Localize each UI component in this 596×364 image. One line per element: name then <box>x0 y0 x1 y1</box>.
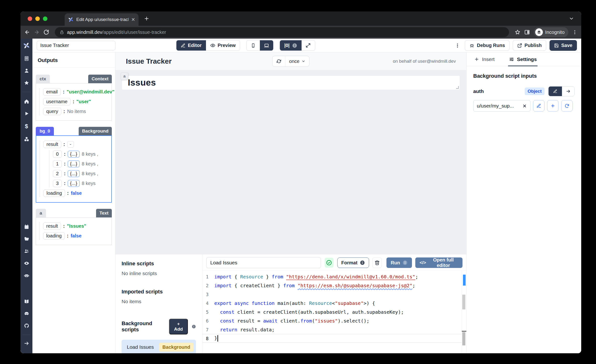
hide-outputs-button[interactable]: |0| <box>280 40 301 51</box>
output-key[interactable]: username <box>43 98 71 105</box>
script-list-item[interactable]: Load Issues Background <box>122 340 196 353</box>
user-icon[interactable] <box>24 68 29 74</box>
expand-object-pill[interactable]: {...} <box>68 170 80 177</box>
rail-divider <box>22 92 30 92</box>
app-name-input[interactable] <box>37 41 115 50</box>
add-background-script-button[interactable]: + Add <box>169 319 188 334</box>
output-chip-bg0[interactable]: bg_0 <box>36 127 54 135</box>
collapse-toggle[interactable]: - <box>67 141 74 148</box>
tab-insert[interactable]: Insert <box>473 52 496 66</box>
tab-search-chevron-icon[interactable] <box>569 16 574 21</box>
publish-button[interactable]: Publish <box>513 40 546 51</box>
line-number: 1 <box>202 274 214 279</box>
open-full-editor-label: Open full editor <box>428 257 458 268</box>
refresh-resource-button[interactable] <box>561 100 573 111</box>
output-key[interactable]: email <box>43 88 61 96</box>
component-id-badge[interactable]: a <box>121 73 128 80</box>
docs-book-icon[interactable] <box>24 299 29 304</box>
close-window-button[interactable] <box>28 16 32 21</box>
output-key[interactable]: loading <box>43 190 65 197</box>
code-line[interactable]: 4export async function main(auth: Resour… <box>202 299 466 307</box>
edit-resource-button[interactable] <box>533 100 544 111</box>
expand-icon <box>306 43 311 48</box>
open-full-editor-button[interactable]: </> Open full editor <box>415 257 462 268</box>
scrollbar-thumb[interactable] <box>462 295 465 309</box>
runs-play-icon[interactable] <box>24 111 29 116</box>
groups-icon[interactable] <box>24 248 29 254</box>
refresh-mode-dropdown[interactable]: once <box>285 56 309 67</box>
line-number: 4 <box>202 301 214 306</box>
tab-close-icon[interactable]: ✕ <box>131 17 135 22</box>
collapse-rail-arrow-icon[interactable] <box>24 341 29 346</box>
ai-robot-icon[interactable] <box>24 273 29 278</box>
debug-runs-button[interactable]: Debug Runs <box>465 40 509 51</box>
refresh-icon[interactable] <box>273 56 285 67</box>
discord-icon[interactable] <box>24 311 29 316</box>
resource-picker-input[interactable]: u/user/my_sup... <box>473 100 530 111</box>
output-key[interactable]: loading <box>43 232 65 240</box>
resize-grip[interactable] <box>456 86 459 89</box>
audit-eye-icon[interactable] <box>24 260 29 266</box>
editor-tab-button[interactable]: Editor <box>176 40 206 51</box>
ruler-selection-marker <box>462 332 465 345</box>
clear-x-icon[interactable] <box>522 104 527 108</box>
variables-dollar-icon[interactable]: $ <box>25 123 28 130</box>
output-key[interactable]: result <box>43 141 61 148</box>
connect-mode-button[interactable] <box>562 87 574 96</box>
forward-icon[interactable] <box>34 29 40 35</box>
code-line[interactable]: 3 <box>202 290 466 299</box>
output-chip-ctx[interactable]: ctx <box>36 74 50 83</box>
code-line[interactable]: 2import { createClient } from "https://e… <box>202 281 466 290</box>
home-icon[interactable] <box>24 99 29 104</box>
create-resource-button[interactable] <box>547 100 559 111</box>
schedules-calendar-icon[interactable] <box>24 224 29 230</box>
incognito-badge[interactable]: Incognito <box>534 27 568 37</box>
app-canvas[interactable]: Issue Tracker once on behalf of <box>115 52 466 254</box>
back-icon[interactable] <box>24 29 30 35</box>
side-panel-icon[interactable] <box>524 29 530 35</box>
code-line[interactable]: 5 const client = createClient(auth.supab… <box>202 307 466 316</box>
editor-overview-ruler[interactable] <box>462 271 466 353</box>
expand-object-pill[interactable]: {...} <box>68 160 80 167</box>
browser-tab[interactable]: Edit App u/user/issue-tracker | ✕ <box>65 13 139 26</box>
zoom-window-button[interactable] <box>43 16 47 21</box>
output-key[interactable]: result <box>43 223 61 230</box>
code-line[interactable]: 8} <box>202 334 466 343</box>
minimize-window-button[interactable] <box>35 16 40 21</box>
github-icon[interactable] <box>24 323 29 328</box>
code-line[interactable]: 6 const result = await client.from("issu… <box>202 316 466 325</box>
new-tab-button[interactable] <box>144 16 149 22</box>
tab-settings[interactable]: Settings <box>508 52 538 66</box>
browser-menu-kebab-icon[interactable] <box>572 30 577 35</box>
code-line[interactable]: 7 return result.data; <box>202 325 466 334</box>
bookmark-star-icon[interactable] <box>515 29 521 35</box>
type-badge-background: Background <box>79 127 112 135</box>
workspace-icon[interactable] <box>24 56 29 61</box>
fullscreen-button[interactable] <box>302 40 315 51</box>
output-chip-a[interactable]: a <box>36 209 46 217</box>
format-button[interactable]: Format <box>337 257 369 268</box>
output-key[interactable]: query <box>43 108 61 115</box>
favorites-star-icon[interactable] <box>24 80 29 86</box>
text-component[interactable]: a Issues <box>122 76 460 90</box>
desktop-view-button[interactable] <box>260 40 273 51</box>
app-menu-kebab-icon[interactable] <box>455 43 460 48</box>
save-button[interactable]: Save <box>550 40 577 51</box>
expand-object-pill[interactable]: {...} <box>68 180 80 187</box>
code-line[interactable]: 1import { Resource } from "https://deno.… <box>202 272 466 281</box>
resources-boxes-icon[interactable] <box>24 136 29 142</box>
ruler-cursor-marker <box>462 331 466 332</box>
mobile-view-button[interactable] <box>246 40 260 51</box>
folders-icon[interactable] <box>24 236 29 242</box>
script-name-input[interactable] <box>206 257 321 268</box>
address-bar[interactable]: app.windmill.dev/apps/edit/u/user/issue-… <box>55 27 509 37</box>
windmill-logo[interactable] <box>23 42 30 49</box>
run-button[interactable]: Run <box>387 257 412 268</box>
expand-object-pill[interactable]: {...} <box>68 151 80 157</box>
preview-tab-button[interactable]: Preview <box>206 40 240 51</box>
static-edit-mode-button[interactable] <box>549 87 562 96</box>
delete-script-button[interactable] <box>372 257 382 268</box>
reload-icon[interactable] <box>43 29 49 35</box>
auth-field-label: auth <box>473 89 484 94</box>
code-editor[interactable]: 1import { Resource } from "https://deno.… <box>202 271 466 353</box>
